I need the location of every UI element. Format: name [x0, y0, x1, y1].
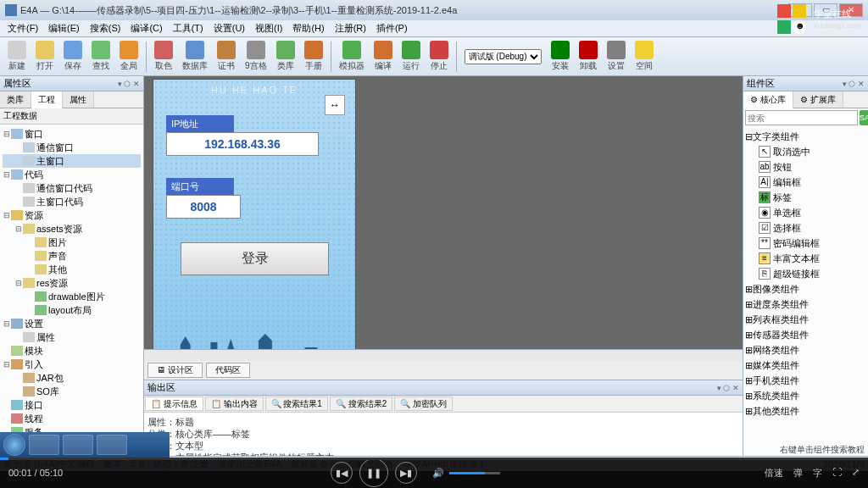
toolbar-设置[interactable]: 设置 — [603, 39, 630, 74]
output-tab[interactable]: 📋 提示信息 — [145, 396, 203, 411]
panel-pins[interactable]: ▾ ⬡ ✕ — [118, 80, 140, 88]
component-item[interactable]: ☑选择框 — [745, 220, 866, 236]
search-button[interactable]: SA — [860, 110, 868, 125]
volume-icon[interactable]: 🔊 — [432, 468, 444, 479]
taskbar-item[interactable] — [29, 435, 59, 455]
prev-button[interactable]: ▮◀ — [331, 462, 353, 484]
tree-node[interactable]: 属性 — [3, 330, 141, 344]
tree-node[interactable]: ⊟设置 — [3, 317, 141, 330]
toolbar-证书[interactable]: 证书 — [213, 39, 240, 74]
toolbar-手册[interactable]: 手册 — [300, 39, 327, 74]
toolbar-卸载[interactable]: 卸载 — [575, 39, 602, 74]
pip-icon[interactable]: ⛶ — [832, 467, 842, 480]
component-group[interactable]: ⊞ 媒体类组件 — [745, 358, 866, 373]
toolbar-停止[interactable]: 停止 — [426, 39, 453, 74]
toolbar-保存[interactable]: 保存 — [59, 39, 86, 74]
component-group[interactable]: ⊞ 列表框类组件 — [745, 312, 866, 327]
start-button[interactable] — [3, 434, 25, 456]
hscroll[interactable] — [144, 349, 743, 361]
menu-item[interactable]: 编辑(E) — [44, 20, 84, 36]
component-group[interactable]: ⊞ 系统类组件 — [745, 388, 866, 403]
menu-item[interactable]: 搜索(S) — [86, 20, 125, 36]
menu-item[interactable]: 设置(U) — [209, 20, 249, 36]
port-input[interactable]: 8008 — [166, 195, 241, 219]
taskbar-item[interactable] — [97, 435, 127, 455]
output-pins[interactable]: ▾ ⬡ ✕ — [717, 384, 739, 392]
component-tree[interactable]: ⊟ 文字类组件↖取消选中ab按钮A|编辑框标标签◉单选框☑选择框**密码编辑框≡… — [743, 127, 868, 420]
toolbar-编译[interactable]: 编译 — [370, 39, 397, 74]
right-tab[interactable]: ⚙ 核心库 — [743, 92, 793, 108]
toolbar-运行[interactable]: 运行 — [398, 39, 425, 74]
design-tab[interactable]: 代码区 — [206, 363, 250, 378]
component-item[interactable]: A|编辑框 — [745, 175, 866, 190]
output-tab[interactable]: 📋 输出内容 — [205, 396, 264, 411]
progress-bar[interactable] — [0, 458, 868, 460]
design-tab[interactable]: 🖥 设计区 — [147, 363, 203, 378]
component-group[interactable]: ⊞ 图像类组件 — [745, 281, 866, 297]
component-item[interactable]: ab按钮 — [745, 159, 866, 175]
menu-item[interactable]: 视图(I) — [251, 20, 287, 36]
toolbar-空间[interactable]: 空间 — [631, 39, 658, 74]
tree-node[interactable]: ⊟代码 — [3, 168, 141, 181]
toolbar-全局[interactable]: 全局 — [115, 39, 142, 74]
component-group[interactable]: ⊟ 文字类组件 — [745, 129, 866, 144]
toolbar-类库[interactable]: 类库 — [272, 39, 299, 74]
component-item[interactable]: **密码编辑框 — [745, 236, 866, 251]
tree-node[interactable]: ⊟窗口 — [3, 127, 141, 141]
output-tab[interactable]: 🔍 搜索结果2 — [330, 396, 392, 411]
component-item[interactable]: ↖取消选中 — [745, 144, 866, 159]
toolbar-模拟器[interactable]: 模拟器 — [335, 39, 369, 74]
tree-node[interactable]: 接口 — [3, 398, 141, 412]
phone-preview[interactable]: HU HE HAO TE ↔ IP地址 192.168.43.36 端口号 80… — [153, 79, 356, 349]
danmu-icon[interactable]: 弹 — [793, 467, 803, 480]
tree-node[interactable]: ⊟引入 — [3, 358, 141, 371]
login-button[interactable]: 登录 — [181, 242, 329, 275]
toolbar-数据库[interactable]: 数据库 — [178, 39, 212, 74]
volume-control[interactable]: 🔊 — [432, 468, 500, 479]
menu-item[interactable]: 插件(P) — [372, 20, 412, 36]
tree-node[interactable]: JAR包 — [3, 371, 141, 385]
component-group[interactable]: ⊞ 手机类组件 — [745, 373, 866, 388]
component-item[interactable]: 标标签 — [745, 190, 866, 205]
play-pause-button[interactable]: ❚❚ — [359, 458, 388, 487]
output-tab[interactable]: 🔍 搜索结果1 — [265, 396, 328, 411]
next-button[interactable]: ▶▮ — [395, 462, 417, 484]
volume-slider[interactable] — [449, 472, 500, 474]
component-item[interactable]: ≡丰富文本框 — [745, 251, 866, 266]
build-mode-select[interactable]: 调试版 (Debug) — [465, 49, 542, 64]
speed-button[interactable]: 倍速 — [765, 467, 783, 480]
menu-item[interactable]: 注册(R) — [331, 20, 370, 36]
taskbar[interactable] — [0, 432, 170, 458]
subtitle-icon[interactable]: 字 — [813, 467, 822, 480]
tree-node[interactable]: 通信窗口代码 — [3, 181, 141, 195]
component-group[interactable]: ⊞ 网络类组件 — [745, 342, 866, 358]
tree-node[interactable]: 模块 — [3, 344, 141, 358]
ip-label[interactable]: IP地址 — [166, 115, 234, 133]
tree-node[interactable]: drawable图片 — [3, 290, 141, 303]
tree-node[interactable]: 线程 — [3, 412, 141, 425]
tree-node[interactable]: 图片 — [3, 236, 141, 249]
component-group[interactable]: ⊞ 传感器类组件 — [745, 327, 866, 342]
component-item[interactable]: ◉单选框 — [745, 205, 866, 220]
tree-node[interactable]: 通信窗口 — [3, 141, 141, 154]
component-item[interactable]: ⎘超级链接框 — [745, 266, 866, 281]
toolbar-9宫格[interactable]: 9宫格 — [241, 39, 271, 74]
component-group[interactable]: ⊞ 进度条类组件 — [745, 297, 866, 312]
tree-node[interactable]: ⊟res资源 — [3, 276, 141, 290]
toolbar-打开[interactable]: 打开 — [31, 39, 58, 74]
tree-node[interactable]: SO库 — [3, 385, 141, 398]
menu-item[interactable]: 帮助(H) — [288, 20, 328, 36]
toolbar-查找[interactable]: 查找 — [87, 39, 114, 74]
menu-item[interactable]: 工具(T) — [169, 20, 208, 36]
tree-node[interactable]: ⊟assets资源 — [3, 222, 141, 236]
tree-node[interactable]: ⊟资源 — [3, 208, 141, 222]
tree-node[interactable]: 主窗口代码 — [3, 195, 141, 208]
component-pins[interactable]: ▾ ⬡ ✕ — [843, 80, 865, 88]
taskbar-item[interactable] — [63, 435, 93, 455]
tree-node[interactable]: 主窗口 — [3, 154, 141, 168]
tree-node[interactable]: 其他 — [3, 263, 141, 276]
right-tab[interactable]: ⚙ 扩展库 — [793, 92, 843, 108]
ip-input[interactable]: 192.168.43.36 — [166, 132, 319, 156]
fullscreen-icon[interactable]: ⤢ — [852, 467, 860, 480]
left-tab[interactable]: 工程 — [31, 92, 63, 108]
